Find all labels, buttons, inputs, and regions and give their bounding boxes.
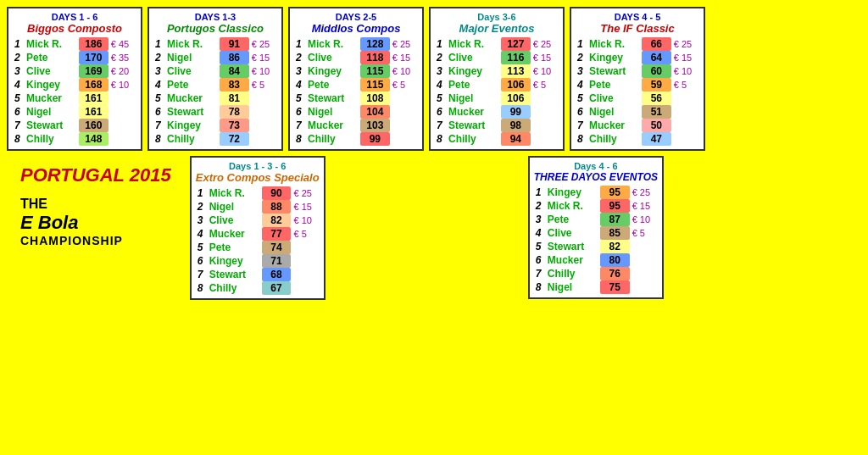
- score-cell: 98: [501, 119, 531, 132]
- rank-cell: 4: [153, 78, 164, 92]
- name-cell: Clive: [24, 64, 79, 78]
- table-row: 6Nigel104: [293, 105, 419, 119]
- rank-cell: 1: [195, 186, 207, 200]
- name-cell: Pete: [587, 78, 642, 92]
- rank-cell: 5: [12, 92, 24, 105]
- rank-cell: 7: [434, 119, 446, 132]
- name-cell: Kingey: [446, 64, 501, 78]
- prize-cell: [531, 105, 559, 119]
- table-row: 3Kingey115€ 10: [293, 64, 419, 78]
- table-row: 6Nigel161: [12, 105, 137, 119]
- prize-cell: [108, 92, 137, 105]
- name-cell: Kingey: [305, 64, 360, 78]
- score-cell: 84: [220, 64, 249, 78]
- table-row: 7Mucker50: [575, 119, 700, 132]
- rank-cell: 1: [533, 186, 545, 199]
- prize-cell: € 15: [390, 51, 419, 64]
- table-row: 5Stewart108: [293, 92, 419, 105]
- top-row: DAYS 1 - 6 Biggos Composto 1Mick R.186€ …: [7, 7, 861, 151]
- prize-cell: [390, 105, 419, 119]
- t3-days: DAYS 2-5: [293, 12, 419, 22]
- prize-cell: € 25: [390, 37, 419, 51]
- rank-cell: 3: [575, 64, 587, 78]
- table-row: 5Mucker81: [153, 92, 278, 105]
- t4-days: Days 3-6: [434, 12, 559, 22]
- table-row: 3Kingey113€ 10: [434, 64, 559, 78]
- prize-cell: € 10: [531, 64, 559, 78]
- table-row: 3Clive169€ 20: [12, 64, 137, 78]
- rank-cell: 1: [293, 37, 305, 51]
- score-cell: 99: [501, 105, 531, 119]
- t2-days: DAYS 1-3: [153, 12, 278, 22]
- name-cell: Clive: [305, 51, 360, 64]
- rank-cell: 2: [575, 51, 587, 64]
- table-row: 1Mick R.127€ 25: [434, 37, 559, 51]
- score-cell: 86: [220, 51, 249, 64]
- score-cell: 50: [642, 119, 671, 132]
- rank-cell: 3: [533, 213, 545, 226]
- name-cell: Mick R.: [24, 37, 79, 51]
- score-cell: 95: [600, 199, 630, 213]
- name-cell: Kingey: [164, 119, 220, 132]
- name-cell: Nigel: [24, 105, 79, 119]
- score-cell: 161: [79, 105, 108, 119]
- score-cell: 81: [220, 92, 249, 105]
- prize-cell: € 5: [671, 78, 700, 92]
- table-row: 7Kingey73: [153, 119, 278, 132]
- score-cell: 108: [360, 92, 390, 105]
- prize-cell: € 10: [671, 64, 700, 78]
- prize-cell: [249, 92, 278, 105]
- table-extro: Days 1 - 3 - 6 Extro Compos Specialo 1Mi…: [190, 156, 326, 300]
- name-cell: Pete: [305, 78, 360, 92]
- prize-cell: € 15: [249, 51, 278, 64]
- name-cell: Chilly: [587, 132, 642, 146]
- rank-cell: 7: [533, 267, 545, 280]
- name-cell: Pete: [545, 213, 600, 226]
- prize-cell: € 35: [108, 51, 137, 64]
- table-row: 1Mick R.186€ 45: [12, 37, 137, 51]
- score-cell: 128: [360, 37, 390, 51]
- prize-cell: [390, 92, 419, 105]
- ebola-label: E Bola: [20, 212, 78, 234]
- rank-cell: 3: [293, 64, 305, 78]
- name-cell: Clive: [587, 92, 642, 105]
- name-cell: Mucker: [24, 92, 79, 105]
- score-cell: 118: [360, 51, 390, 64]
- t5-table: 1Mick R.66€ 252Kingey64€ 153Stewart60€ 1…: [575, 37, 700, 146]
- rank-cell: 3: [195, 214, 207, 227]
- prize-cell: € 25: [291, 186, 320, 200]
- rank-cell: 3: [434, 64, 446, 78]
- prize-cell: [531, 119, 559, 132]
- rank-cell: 2: [12, 51, 24, 64]
- name-cell: Mucker: [305, 119, 360, 132]
- score-cell: 106: [501, 78, 531, 92]
- prize-cell: € 15: [531, 51, 559, 64]
- table-row: 5Pete74: [195, 241, 320, 254]
- name-cell: Pete: [24, 51, 79, 64]
- rank-cell: 4: [533, 226, 545, 240]
- name-cell: Nigel: [305, 105, 360, 119]
- rank-cell: 8: [575, 132, 587, 146]
- prize-cell: € 5: [291, 227, 320, 241]
- name-cell: Mick R.: [446, 37, 501, 51]
- score-cell: 74: [262, 241, 292, 254]
- t5-title: The IF Classic: [575, 22, 700, 35]
- table-row: 2Clive116€ 15: [434, 51, 559, 64]
- rank-cell: 1: [575, 37, 587, 51]
- table-row: 4Pete106€ 5: [434, 78, 559, 92]
- score-cell: 71: [262, 254, 292, 268]
- score-cell: 113: [501, 64, 531, 78]
- rank-cell: 4: [12, 78, 24, 92]
- name-cell: Kingey: [545, 186, 600, 199]
- score-cell: 66: [642, 37, 671, 51]
- rank-cell: 8: [293, 132, 305, 146]
- table-row: 2Nigel88€ 15: [195, 200, 320, 214]
- t4-table: 1Mick R.127€ 252Clive116€ 153Kingey113€ …: [434, 37, 559, 146]
- t6-days: Days 1 - 3 - 6: [195, 161, 320, 171]
- prize-cell: € 5: [390, 78, 419, 92]
- score-cell: 160: [79, 119, 108, 132]
- rank-cell: 6: [12, 105, 24, 119]
- table-middlos: DAYS 2-5 Middlos Compos 1Mick R.128€ 252…: [288, 7, 424, 151]
- prize-cell: [291, 254, 320, 268]
- rank-cell: 5: [434, 92, 446, 105]
